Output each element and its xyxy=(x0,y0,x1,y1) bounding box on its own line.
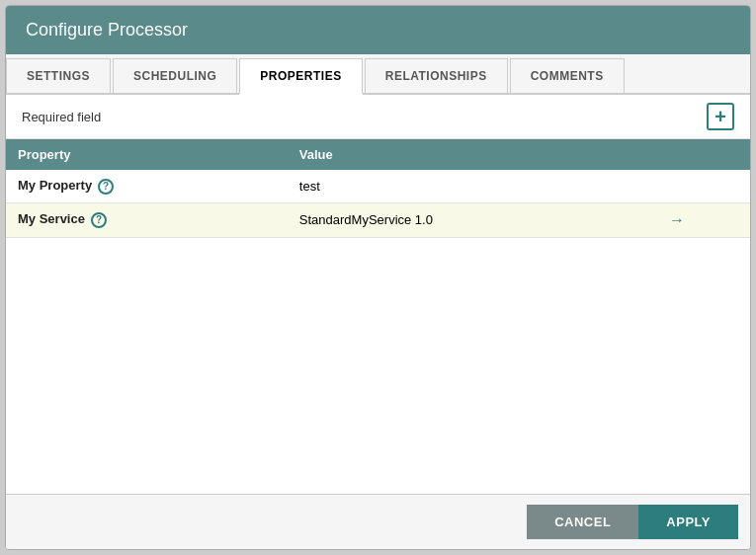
property-name: My Property xyxy=(18,178,92,193)
column-header-property: Property xyxy=(6,139,288,170)
property-name: My Service xyxy=(18,211,85,226)
cancel-button[interactable]: CANCEL xyxy=(527,505,638,539)
property-value-cell: test xyxy=(288,170,657,202)
column-header-value: Value xyxy=(288,139,657,170)
help-icon[interactable]: ? xyxy=(98,179,114,195)
navigate-arrow-icon[interactable]: → xyxy=(669,211,685,228)
table-row: My Property?test xyxy=(6,170,750,202)
property-name-cell: My Property? xyxy=(6,170,288,202)
property-action-cell xyxy=(657,170,750,202)
tab-relationships[interactable]: RELATIONSHIPS xyxy=(365,58,508,93)
apply-button[interactable]: APPLY xyxy=(638,505,738,539)
property-action-cell: → xyxy=(657,202,750,237)
column-header-action xyxy=(657,139,750,170)
dialog-body: Required field + Property Value My Prope… xyxy=(6,95,750,494)
dialog-header: Configure Processor xyxy=(6,6,750,54)
property-name-cell: My Service? xyxy=(6,202,288,237)
tab-bar: SETTINGS SCHEDULING PROPERTIES RELATIONS… xyxy=(6,54,750,95)
configure-processor-dialog: Configure Processor SETTINGS SCHEDULING … xyxy=(5,5,751,550)
dialog-title: Configure Processor xyxy=(26,20,188,40)
add-property-button[interactable]: + xyxy=(707,103,734,130)
table-header-row: Property Value xyxy=(6,139,750,170)
tab-comments[interactable]: COMMENTS xyxy=(510,58,625,93)
tab-properties[interactable]: PROPERTIES xyxy=(239,58,362,95)
properties-table: Property Value My Property?testMy Servic… xyxy=(6,139,750,238)
help-icon[interactable]: ? xyxy=(91,212,107,228)
table-row: My Service?StandardMyService 1.0→ xyxy=(6,202,750,237)
property-value-cell: StandardMyService 1.0 xyxy=(288,202,657,237)
required-field-label: Required field xyxy=(22,110,101,124)
tab-settings[interactable]: SETTINGS xyxy=(6,58,111,93)
dialog-footer: CANCEL APPLY xyxy=(6,494,750,549)
tab-scheduling[interactable]: SCHEDULING xyxy=(113,58,237,93)
required-field-row: Required field + xyxy=(6,95,750,139)
